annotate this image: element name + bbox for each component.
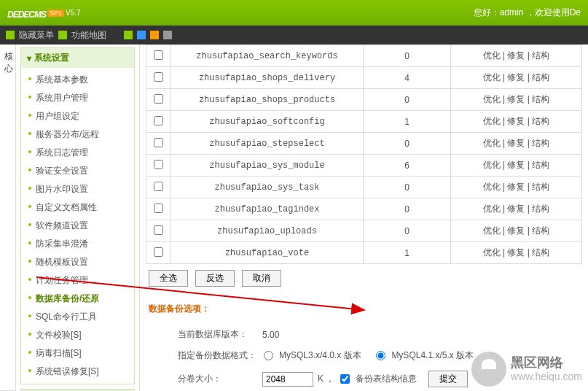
row-checkbox[interactable] xyxy=(154,116,163,125)
sidebar: 系统设置系统基本参数系统用户管理用户组设定服务器分布/远程系统日志管理验证安全设… xyxy=(16,44,140,391)
select-button[interactable]: 取消 xyxy=(242,270,281,287)
table-count-cell: 1 xyxy=(364,111,451,133)
color-icon[interactable] xyxy=(137,31,146,39)
color-icon[interactable] xyxy=(124,31,133,39)
sidebar-item[interactable]: SQL命令行工具 xyxy=(21,308,134,326)
table-count-cell: 0 xyxy=(364,133,451,155)
sidebar-item[interactable]: 防采集串混淆 xyxy=(21,235,134,253)
table-row: zhusufapiao_vote1优化 | 修复 | 结构 xyxy=(146,242,582,264)
table-button-row: 全选反选取消 xyxy=(146,264,582,293)
table-row: zhusufapiao_sys_task0优化 | 修复 | 结构 xyxy=(146,177,582,198)
sidebar-item[interactable]: 数据库备份/还原 xyxy=(21,290,134,308)
sidebar-item[interactable]: 系统日志管理 xyxy=(21,144,134,162)
grid-icon xyxy=(58,31,67,39)
color-icon[interactable] xyxy=(163,31,172,39)
select-button[interactable]: 反选 xyxy=(195,270,235,287)
logo-badge: SP1 xyxy=(47,9,64,17)
left-rail: 核心模块生成采集会员模板系统 xyxy=(0,44,16,391)
row-checkbox[interactable] xyxy=(154,204,163,213)
row-checkbox[interactable] xyxy=(154,138,163,147)
table-count-cell: 1 xyxy=(364,242,451,264)
main-content: zhusufapiao_search_keywords0优化 | 修复 | 结构… xyxy=(140,44,588,391)
table-name-cell: zhusufapiao_sys_module xyxy=(171,155,364,177)
table-name-cell: zhusufapiao_sys_task xyxy=(171,177,364,198)
sidebar-item[interactable]: 系统基本参数 xyxy=(21,71,134,89)
format-radio-1[interactable] xyxy=(264,351,273,360)
select-button[interactable]: 全选 xyxy=(149,270,188,287)
format-radio-2[interactable] xyxy=(376,351,385,360)
table-action-cell[interactable]: 优化 | 修复 | 结构 xyxy=(451,45,582,67)
sidebar-group-head[interactable]: 系统设置 xyxy=(21,48,134,68)
table-action-cell[interactable]: 优化 | 修复 | 结构 xyxy=(451,155,582,177)
sidebar-item[interactable]: 服务器分布/远程 xyxy=(21,125,134,144)
sub-header: 隐藏菜单 功能地图 xyxy=(0,26,588,44)
table-action-cell[interactable]: 优化 | 修复 | 结构 xyxy=(451,111,582,133)
table-count-cell: 4 xyxy=(364,67,451,89)
table-name-cell: zhusufapiao_tagindex xyxy=(171,198,364,220)
table-action-cell[interactable]: 优化 | 修复 | 结构 xyxy=(451,177,582,198)
row-checkbox[interactable] xyxy=(154,247,163,257)
leftbar-item[interactable]: 模块 xyxy=(0,44,2,391)
db-version-value: 5.00 xyxy=(262,330,279,340)
table-row: zhusufapiao_tagindex0优化 | 修复 | 结构 xyxy=(146,198,582,220)
db-version-row: 当前数据库版本： 5.00 xyxy=(149,324,579,345)
color-icon[interactable] xyxy=(150,31,159,39)
table-action-cell[interactable]: 优化 | 修复 | 结构 xyxy=(451,198,582,220)
table-name-cell: zhusufapiao_uploads xyxy=(171,220,364,242)
row-checkbox[interactable] xyxy=(154,182,163,191)
table-count-cell: 0 xyxy=(364,220,451,242)
sidebar-item[interactable]: 验证安全设置 xyxy=(21,162,134,180)
sidebar-item[interactable]: 系统错误修复[S] xyxy=(21,363,134,381)
table-row: zhusufapiao_shops_products0优化 | 修复 | 结构 xyxy=(146,89,582,111)
logo-version: V5.7 xyxy=(66,9,81,17)
table-count-cell: 0 xyxy=(364,177,451,198)
sidebar-item[interactable]: 随机模板设置 xyxy=(21,253,134,271)
row-checkbox[interactable] xyxy=(154,160,163,169)
row-checkbox[interactable] xyxy=(154,50,163,60)
table-count-cell: 0 xyxy=(364,89,451,111)
sidebar-item[interactable]: 软件频道设置 xyxy=(21,217,134,235)
leftbar-item[interactable]: 核心 xyxy=(2,44,15,391)
sidebar-item[interactable]: 图片水印设置 xyxy=(21,180,134,198)
table-name-cell: zhusufapiao_shops_products xyxy=(171,89,364,111)
table-name-cell: zhusufapiao_shops_delivery xyxy=(171,67,364,89)
row-checkbox[interactable] xyxy=(154,225,163,235)
table-count-cell: 0 xyxy=(364,198,451,220)
table-row: zhusufapiao_search_keywords0优化 | 修复 | 结构 xyxy=(146,45,582,67)
table-count-cell: 6 xyxy=(364,155,451,177)
sidebar-item[interactable]: 计划任务管理 xyxy=(21,271,134,290)
table-row: zhusufapiao_sys_module6优化 | 修复 | 结构 xyxy=(146,155,582,177)
sidebar-item[interactable]: 系统用户管理 xyxy=(21,89,134,107)
sidebar-item[interactable]: 病毒扫描[S] xyxy=(21,344,134,363)
table-action-cell[interactable]: 优化 | 修复 | 结构 xyxy=(451,220,582,242)
table-name-cell: zhusufapiao_stepselect xyxy=(171,133,364,155)
table-action-cell[interactable]: 优化 | 修复 | 结构 xyxy=(451,133,582,155)
sidebar-item[interactable]: 文件校验[S] xyxy=(21,326,134,344)
site-map-link[interactable]: 功能地图 xyxy=(71,29,106,42)
table-action-cell[interactable]: 优化 | 修复 | 结构 xyxy=(451,242,582,264)
hide-menu-link[interactable]: 隐藏菜单 xyxy=(19,29,54,42)
table-name-cell: zhusufapiao_softconfig xyxy=(171,111,364,133)
sidebar-item[interactable]: 自定义文档属性 xyxy=(21,198,134,217)
submit-button[interactable]: 提交 xyxy=(428,371,468,387)
logo-text: DEDECMS xyxy=(7,4,46,21)
table-action-cell[interactable]: 优化 | 修复 | 结构 xyxy=(451,67,582,89)
table-name-cell: zhusufapiao_search_keywords xyxy=(171,45,364,67)
row-checkbox[interactable] xyxy=(154,94,163,104)
table-row: zhusufapiao_softconfig1优化 | 修复 | 结构 xyxy=(146,111,582,133)
grid-icon xyxy=(6,31,15,39)
watermark-icon xyxy=(471,352,506,387)
watermark: 黑区网络 www.heiqu.com xyxy=(471,352,582,387)
table-row: zhusufapiao_uploads0优化 | 修复 | 结构 xyxy=(146,220,582,242)
greeting-text: 您好：admin ，欢迎使用De xyxy=(474,7,581,19)
size-input[interactable] xyxy=(262,372,313,387)
app-header: DEDECMS SP1 V5.7 您好：admin ，欢迎使用De xyxy=(0,0,588,26)
table-count-cell: 0 xyxy=(364,45,451,67)
sidebar-item[interactable]: 用户组设定 xyxy=(21,107,134,125)
table-row: zhusufapiao_stepselect0优化 | 修复 | 结构 xyxy=(146,133,582,155)
table-row: zhusufapiao_shops_delivery4优化 | 修复 | 结构 xyxy=(146,67,582,89)
table-action-cell[interactable]: 优化 | 修复 | 结构 xyxy=(451,89,582,111)
backup-title: 数据备份选项： xyxy=(149,303,579,315)
struct-checkbox[interactable] xyxy=(340,374,350,384)
row-checkbox[interactable] xyxy=(154,72,163,82)
